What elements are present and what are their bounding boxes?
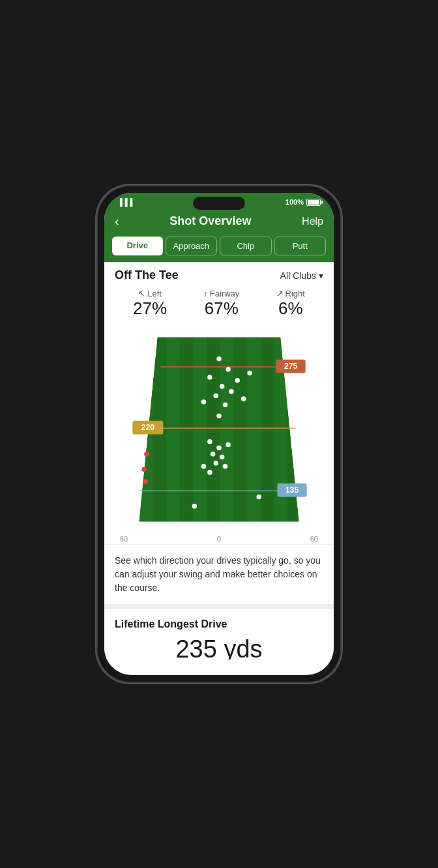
- svg-text:135: 135: [285, 485, 299, 495]
- tab-chip[interactable]: Chip: [220, 237, 272, 255]
- svg-point-45: [256, 495, 261, 500]
- left-pct: 27%: [133, 298, 167, 319]
- direction-left: ↖ Left 27%: [133, 289, 167, 319]
- right-pct: 6%: [276, 298, 305, 319]
- main-content: Off The Tee All Clubs ▾ ↖ Left 27%: [104, 262, 334, 659]
- x-axis-center: 0: [217, 535, 221, 543]
- svg-point-35: [216, 414, 222, 419]
- svg-point-36: [207, 439, 212, 444]
- svg-point-29: [220, 384, 225, 389]
- svg-rect-13: [274, 325, 288, 534]
- description-section: See which direction your drives typicall…: [104, 544, 334, 604]
- phone-screen: ▐▐▐ 100% ‹ Shot Overview Help Drive Appr…: [104, 193, 334, 675]
- svg-text:275: 275: [284, 362, 298, 371]
- svg-point-44: [201, 464, 207, 469]
- svg-point-41: [214, 461, 219, 466]
- svg-point-26: [207, 375, 212, 380]
- svg-point-47: [144, 452, 149, 457]
- svg-point-33: [201, 399, 207, 405]
- svg-point-38: [226, 442, 231, 448]
- off-tee-header: Off The Tee All Clubs ▾: [104, 262, 334, 286]
- svg-point-24: [216, 356, 222, 362]
- tab-drive[interactable]: Drive: [112, 237, 163, 255]
- svg-point-27: [235, 378, 240, 383]
- svg-point-34: [223, 403, 228, 408]
- svg-point-30: [214, 393, 219, 398]
- section-title: Off The Tee: [115, 268, 179, 282]
- svg-rect-9: [220, 325, 234, 534]
- svg-rect-6: [180, 325, 194, 534]
- battery-area: 100%: [285, 198, 321, 206]
- fairway-pct: 67%: [203, 298, 239, 319]
- fairway-arrow-icon: ↑: [203, 289, 208, 298]
- clubs-dropdown[interactable]: All Clubs ▾: [280, 270, 323, 281]
- fairway-chart: 275 220 135: [115, 325, 323, 544]
- chart-svg: 275 220 135: [115, 325, 323, 534]
- section-divider: [104, 604, 334, 609]
- svg-point-46: [192, 504, 197, 509]
- page-title: Shot Overview: [169, 214, 251, 228]
- back-button[interactable]: ‹: [115, 214, 119, 229]
- svg-point-43: [207, 470, 212, 475]
- svg-point-40: [211, 452, 216, 457]
- svg-point-39: [220, 455, 225, 460]
- help-button[interactable]: Help: [302, 216, 323, 227]
- battery-pct: 100%: [285, 198, 304, 206]
- notch: [193, 197, 245, 210]
- header: ‹ Shot Overview Help: [104, 209, 334, 237]
- svg-rect-14: [287, 325, 301, 534]
- left-label: Left: [147, 289, 162, 298]
- svg-rect-5: [166, 325, 180, 534]
- description-text: See which direction your drives typicall…: [115, 554, 323, 595]
- svg-point-25: [226, 367, 231, 372]
- svg-point-48: [141, 467, 147, 472]
- svg-point-28: [247, 371, 252, 376]
- lifetime-section: Lifetime Longest Drive 235 yds: [104, 609, 334, 659]
- svg-text:220: 220: [141, 423, 155, 432]
- svg-rect-12: [261, 325, 274, 534]
- fairway-label: Fairway: [210, 289, 240, 298]
- svg-point-32: [241, 396, 246, 401]
- svg-point-42: [223, 464, 228, 469]
- svg-point-31: [229, 389, 234, 394]
- tab-approach[interactable]: Approach: [166, 237, 218, 255]
- tab-putt[interactable]: Putt: [274, 237, 327, 255]
- svg-point-37: [216, 445, 222, 450]
- svg-rect-10: [234, 325, 248, 534]
- clubs-label: All Clubs: [280, 270, 316, 281]
- lifetime-label: Lifetime Longest Drive: [115, 618, 323, 630]
- signal-icon: ▐▐▐: [117, 198, 132, 206]
- battery-icon: [306, 199, 321, 206]
- x-axis-labels: 60 0 60: [115, 534, 323, 544]
- chevron-down-icon: ▾: [319, 270, 323, 281]
- direction-stats: ↖ Left 27% ↑ Fairway 67% ↗ Right: [104, 286, 334, 325]
- svg-rect-8: [207, 325, 220, 534]
- phone-frame: ▐▐▐ 100% ‹ Shot Overview Help Drive Appr…: [98, 186, 340, 682]
- svg-rect-11: [247, 325, 261, 534]
- svg-point-49: [143, 479, 148, 484]
- status-bar: ▐▐▐ 100%: [104, 193, 334, 209]
- x-axis-left: 60: [120, 535, 128, 543]
- right-label: Right: [285, 289, 305, 298]
- right-arrow-icon: ↗: [276, 289, 284, 298]
- svg-rect-7: [193, 325, 207, 534]
- x-axis-right: 60: [310, 535, 318, 543]
- direction-right: ↗ Right 6%: [276, 289, 305, 319]
- lifetime-value: 235 yds: [115, 630, 323, 659]
- direction-fairway: ↑ Fairway 67%: [203, 289, 239, 319]
- left-arrow-icon: ↖: [138, 289, 145, 298]
- tabs-bar: Drive Approach Chip Putt: [104, 237, 334, 262]
